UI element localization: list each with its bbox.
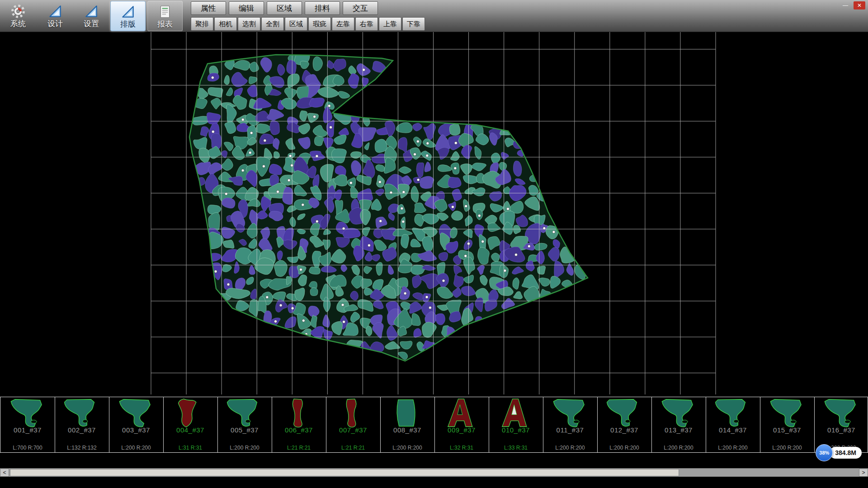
utilization-percent: 38%: [816, 444, 833, 461]
piece-thumb-013_#37[interactable]: 013_#37L:200 R:200: [651, 397, 706, 452]
piece-shape-icon: [222, 398, 267, 428]
toolbar-button-label: 报表: [157, 20, 173, 28]
piece-counts: L:200 R:200: [109, 445, 163, 451]
piece-thumb-010_#37[interactable]: 010_#37L:33 R:31: [489, 397, 543, 452]
piece-id: 010_#37: [489, 426, 543, 434]
piece-id: 003_#37: [109, 426, 163, 434]
nesting-canvas[interactable]: [0, 32, 868, 394]
piece-id: 006_#37: [272, 426, 326, 434]
piece-id: 016_#37: [814, 426, 868, 434]
tool-button-5[interactable]: 瑕疵: [308, 17, 331, 31]
tool-button-2[interactable]: 选割: [238, 17, 260, 31]
set-square-icon: [84, 4, 99, 19]
piece-id: 008_#37: [380, 426, 434, 434]
tool-button-1[interactable]: 相机: [214, 17, 237, 31]
toolbar-button-settings[interactable]: 设置: [74, 1, 108, 30]
window-controls: — ✕: [840, 1, 865, 9]
percent-value: 38%: [819, 450, 829, 455]
piece-thumb-006_#37[interactable]: 006_#37L:21 R:21: [272, 397, 326, 452]
gear-icon: [10, 4, 26, 19]
piece-shape-icon: [493, 398, 538, 428]
scrollbar-thumb[interactable]: [10, 469, 679, 476]
toolbar-button-label: 系统: [10, 20, 26, 28]
piece-counts: L:200 R:200: [597, 445, 651, 451]
toolbar-button-layout[interactable]: 排版: [110, 1, 146, 31]
menu-tab-4[interactable]: 交互: [343, 1, 378, 15]
piece-id: 014_#37: [706, 426, 760, 434]
piece-id: 012_#37: [597, 426, 651, 434]
piece-shape-icon: [764, 398, 810, 428]
piece-shape-icon: [5, 398, 50, 428]
piece-shape-icon: [59, 398, 104, 428]
piece-thumb-015_#37[interactable]: 015_#37L:200 R:200: [760, 397, 815, 452]
tool-button-4[interactable]: 区域: [285, 17, 307, 31]
piece-counts: L:200 R:200: [380, 445, 434, 451]
toolbar-button-design[interactable]: 设计: [38, 1, 72, 30]
piece-thumb-007_#37[interactable]: 007_#37L:21 R:21: [326, 397, 381, 452]
tool-button-6[interactable]: 左靠: [332, 17, 354, 31]
piece-shape-icon: [168, 398, 213, 428]
piece-thumb-011_#37[interactable]: 011_#37L:200 R:200: [543, 397, 598, 452]
piece-shape-icon: [602, 398, 647, 428]
menu-area: 属性编辑区域排料交互 聚排相机选割全割区域瑕疵左靠右靠上靠下靠: [191, 0, 425, 31]
piece-thumb-005_#37[interactable]: 005_#37L:200 R:200: [217, 397, 272, 452]
toolbar-button-label: 排版: [120, 20, 136, 28]
piece-counts: L:32 R:31: [434, 445, 489, 451]
piece-counts: L:200 R:200: [217, 445, 272, 451]
piece-shape-icon: [547, 398, 593, 428]
piece-list: 001_#37L:700 R:700002_#37L:132 R:132003_…: [0, 397, 868, 453]
memory-value: 384.8M: [835, 449, 856, 456]
toolbar-button-label: 设置: [84, 20, 99, 28]
main-toolbar: 系统 设计 设置 排版 报表 属性编辑区域排料交互: [0, 0, 868, 32]
piece-thumb-002_#37[interactable]: 002_#37L:132 R:132: [55, 397, 109, 452]
scroll-right-button[interactable]: >: [859, 469, 868, 477]
piece-counts: L:21 R:21: [326, 445, 380, 451]
piece-id: 015_#37: [760, 426, 814, 434]
piece-thumb-014_#37[interactable]: 014_#37L:200 R:200: [706, 397, 760, 452]
menu-tab-2[interactable]: 区域: [267, 1, 302, 15]
tool-button-9[interactable]: 下靠: [402, 17, 425, 31]
scroll-left-button[interactable]: <: [0, 469, 9, 477]
set-square-icon: [120, 4, 136, 19]
piece-shape-icon: [276, 398, 321, 428]
tool-button-8[interactable]: 上靠: [379, 17, 401, 31]
close-button[interactable]: ✕: [854, 1, 865, 9]
piece-id: 005_#37: [217, 426, 272, 434]
piece-id: 007_#37: [326, 426, 380, 434]
menu-tab-row: 属性编辑区域排料交互: [191, 1, 425, 15]
piece-thumb-003_#37[interactable]: 003_#37L:200 R:200: [109, 397, 164, 452]
menu-tab-1[interactable]: 编辑: [229, 1, 264, 15]
piece-thumb-008_#37[interactable]: 008_#37L:200 R:200: [380, 397, 435, 452]
progress-badge: 38% 384.8M: [816, 444, 862, 461]
toolbar-button-system[interactable]: 系统: [1, 1, 35, 30]
piece-counts: L:132 R:132: [55, 445, 109, 451]
toolbar-button-label: 设计: [47, 20, 63, 28]
minimize-button[interactable]: —: [840, 1, 851, 9]
piece-counts: L:700 R:700: [0, 445, 55, 451]
menu-tab-3[interactable]: 排料: [305, 1, 340, 15]
piece-thumb-004_#37[interactable]: 004_#37L:31 R:31: [163, 397, 218, 452]
piece-id: 013_#37: [651, 426, 706, 434]
piece-thumb-009_#37[interactable]: 009_#37L:32 R:31: [434, 397, 489, 452]
piece-shape-icon: [439, 398, 484, 428]
piece-shape-icon: [330, 398, 376, 428]
piece-shape-icon: [819, 398, 864, 428]
piece-counts: L:200 R:200: [543, 445, 597, 451]
piece-counts: L:33 R:31: [489, 445, 543, 451]
piece-thumb-001_#37[interactable]: 001_#37L:700 R:700: [0, 397, 55, 452]
horizontal-scrollbar[interactable]: < >: [0, 468, 868, 477]
memory-indicator: 384.8M: [830, 447, 862, 459]
report-icon: [157, 4, 173, 19]
tool-button-3[interactable]: 全割: [261, 17, 284, 31]
piece-counts: L:31 R:31: [163, 445, 217, 451]
piece-shape-icon: [113, 398, 159, 428]
piece-counts: L:200 R:200: [651, 445, 706, 451]
menu-tab-0[interactable]: 属性: [191, 1, 226, 15]
tool-button-0[interactable]: 聚排: [191, 17, 213, 31]
piece-counts: L:200 R:200: [706, 445, 760, 451]
toolbar-button-report[interactable]: 报表: [147, 1, 183, 31]
piece-thumb-012_#37[interactable]: 012_#37L:200 R:200: [597, 397, 652, 452]
piece-counts: L:21 R:21: [272, 445, 326, 451]
nesting-canvas-svg[interactable]: [0, 32, 868, 394]
tool-button-7[interactable]: 右靠: [355, 17, 378, 31]
